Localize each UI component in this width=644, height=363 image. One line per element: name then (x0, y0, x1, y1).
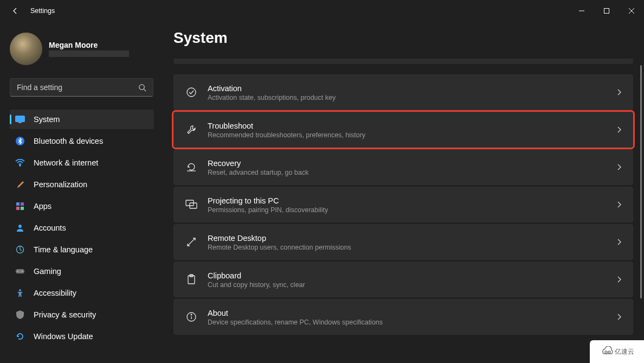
sidebar-item-label: Network & internet (34, 158, 98, 167)
card-title: Remote Desktop (208, 233, 616, 244)
card-recovery[interactable]: Recovery Reset, advanced startup, go bac… (173, 149, 633, 185)
clock-globe-icon (15, 245, 25, 254)
sidebar-item-label: Accessibility (34, 289, 76, 297)
svg-point-9 (20, 165, 21, 166)
sidebar-item-label: Accounts (34, 224, 66, 232)
user-name: Megan Moore (49, 41, 129, 49)
sidebar-item-apps[interactable]: Apps (10, 196, 154, 216)
wifi-icon (15, 158, 25, 168)
apps-icon (15, 201, 25, 211)
remote-icon (184, 237, 199, 247)
content-pane: System Activation Activation state, subs… (163, 22, 644, 363)
svg-point-27 (191, 314, 192, 315)
check-circle-icon (184, 87, 199, 98)
avatar (10, 33, 42, 65)
maximize-button[interactable] (594, 2, 619, 20)
svg-point-18 (22, 271, 23, 272)
sidebar-item-label: Bluetooth & devices (34, 137, 103, 145)
sidebar-item-personalization[interactable]: Personalization (10, 175, 154, 194)
scrollbar-thumb[interactable] (640, 65, 642, 298)
card-clipboard[interactable]: Clipboard Cut and copy history, sync, cl… (173, 262, 633, 297)
sidebar-item-label: Windows Update (34, 332, 93, 341)
svg-rect-6 (16, 116, 25, 122)
card-partial-top[interactable] (173, 59, 633, 64)
info-icon (184, 311, 199, 322)
svg-rect-13 (21, 207, 24, 210)
sidebar: Megan Moore System Bluetooth & devices N… (0, 22, 163, 363)
settings-card-list: Activation Activation state, subscriptio… (173, 59, 633, 335)
nav-list: System Bluetooth & devices Network & int… (10, 110, 157, 346)
search-icon (138, 84, 146, 92)
user-header[interactable]: Megan Moore (10, 33, 157, 65)
svg-point-14 (18, 225, 22, 228)
card-subtitle: Reset, advanced startup, go back (208, 169, 616, 176)
sidebar-item-label: Privacy & security (34, 310, 96, 319)
card-title: Recovery (208, 158, 616, 169)
chevron-right-icon (616, 313, 622, 321)
accessibility-icon (15, 288, 25, 298)
sidebar-item-time-language[interactable]: Time & language (10, 240, 154, 259)
sidebar-item-network[interactable]: Network & internet (10, 153, 154, 173)
bluetooth-icon (15, 136, 25, 146)
svg-rect-10 (16, 202, 20, 206)
wrench-icon (184, 124, 199, 135)
display-icon (15, 114, 25, 124)
svg-rect-11 (21, 202, 24, 206)
svg-rect-12 (16, 207, 20, 210)
chevron-right-icon (616, 126, 622, 133)
card-subtitle: Remote Desktop users, connection permiss… (208, 244, 616, 251)
card-title: Troubleshoot (208, 120, 616, 131)
card-subtitle: Cut and copy history, sync, clear (208, 281, 616, 289)
svg-rect-1 (604, 9, 609, 14)
card-projecting[interactable]: Projecting to this PC Permissions, pairi… (173, 187, 633, 222)
card-about[interactable]: About Device specifications, rename PC, … (173, 299, 633, 335)
minimize-button[interactable] (569, 2, 594, 20)
sidebar-item-label: Gaming (34, 267, 61, 276)
clipboard-icon (184, 274, 199, 285)
chevron-right-icon (616, 276, 622, 283)
update-icon (15, 332, 25, 341)
titlebar: Settings (0, 0, 644, 22)
sidebar-item-label: Personalization (34, 180, 87, 189)
svg-point-29 (608, 351, 610, 353)
sidebar-item-system[interactable]: System (10, 110, 154, 129)
window-title: Settings (30, 7, 55, 15)
sidebar-item-label: Apps (34, 202, 51, 211)
search-box[interactable] (10, 78, 153, 97)
card-activation[interactable]: Activation Activation state, subscriptio… (173, 74, 633, 110)
sidebar-item-privacy[interactable]: Privacy & security (10, 305, 154, 324)
svg-point-20 (187, 88, 196, 97)
svg-rect-16 (16, 269, 24, 273)
card-troubleshoot[interactable]: Troubleshoot Recommended troubleshooters… (173, 112, 633, 148)
sidebar-item-bluetooth[interactable]: Bluetooth & devices (10, 131, 154, 151)
sidebar-item-gaming[interactable]: Gaming (10, 262, 154, 281)
person-icon (15, 223, 25, 233)
svg-point-28 (605, 351, 607, 353)
window-controls (569, 2, 644, 20)
sidebar-item-label: System (34, 115, 60, 124)
chevron-right-icon (616, 201, 622, 208)
watermark: 亿速云 (590, 340, 644, 363)
close-button[interactable] (619, 2, 644, 20)
card-subtitle: Device specifications, rename PC, Window… (208, 319, 616, 326)
sidebar-item-accounts[interactable]: Accounts (10, 218, 154, 238)
chevron-right-icon (616, 88, 622, 96)
card-remote-desktop[interactable]: Remote Desktop Remote Desktop users, con… (173, 224, 633, 260)
brush-icon (15, 180, 25, 189)
svg-point-17 (17, 271, 18, 272)
gamepad-icon (15, 266, 25, 276)
card-title: Clipboard (208, 270, 616, 281)
recovery-icon (184, 162, 199, 173)
svg-rect-7 (18, 122, 22, 123)
search-input[interactable] (17, 83, 125, 92)
card-title: Activation (208, 83, 616, 94)
card-subtitle: Recommended troubleshooters, preferences… (208, 131, 616, 139)
sidebar-item-accessibility[interactable]: Accessibility (10, 283, 154, 303)
chevron-right-icon (616, 163, 622, 171)
watermark-text: 亿速云 (615, 347, 634, 356)
back-button[interactable] (11, 7, 20, 15)
project-icon (184, 200, 199, 209)
card-subtitle: Activation state, subscriptions, product… (208, 94, 616, 101)
card-title: About (208, 308, 616, 319)
sidebar-item-windows-update[interactable]: Windows Update (10, 327, 154, 346)
